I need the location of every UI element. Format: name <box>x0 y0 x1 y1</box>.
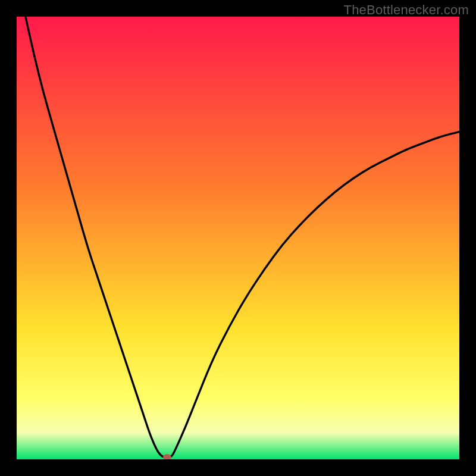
chart-frame: TheBottlenecker.com <box>0 0 476 476</box>
gradient-background <box>17 17 459 459</box>
watermark-text: TheBottlenecker.com <box>344 2 469 18</box>
plot-area <box>17 17 459 459</box>
chart-svg <box>17 17 459 459</box>
